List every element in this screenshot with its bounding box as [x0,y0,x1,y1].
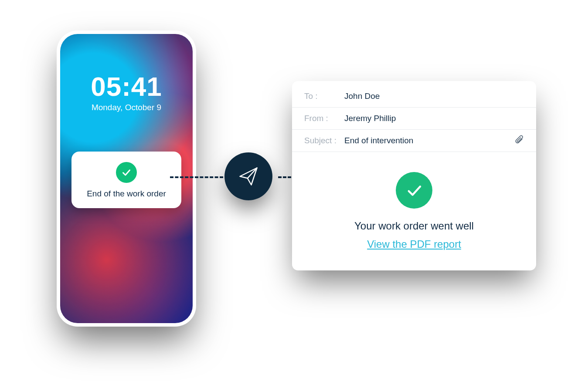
email-subject-row: Subject : End of intervention [292,130,536,152]
email-to-label: To : [304,91,344,101]
email-subject-value: End of intervention [344,136,413,145]
phone-mockup: 05:41 Monday, October 9 End of the work … [57,30,196,327]
email-to-row: To : John Doe [292,85,536,108]
notification-text: End of the work order [80,189,173,199]
view-pdf-link[interactable]: View the PDF report [367,238,461,250]
email-card: To : John Doe From : Jeremy Phillip Subj… [292,81,536,270]
clock-time: 05:41 [60,73,193,100]
clock-date: Monday, October 9 [60,103,193,112]
email-from-row: From : Jeremy Phillip [292,108,536,130]
email-subject-label: Subject : [304,136,344,145]
phone-screen: 05:41 Monday, October 9 End of the work … [60,34,193,323]
email-from-value: Jeremy Phillip [344,114,396,123]
notification-card[interactable]: End of the work order [71,152,181,208]
check-icon [396,172,432,209]
lockscreen-clock-block: 05:41 Monday, October 9 [60,34,193,112]
paperclip-icon[interactable] [514,134,526,148]
paper-plane-icon [224,152,272,200]
check-icon [116,162,137,183]
email-message: Your work order went well [292,220,536,232]
email-from-label: From : [304,114,344,123]
email-body: Your work order went well View the PDF r… [292,152,536,250]
email-to-value: John Doe [344,91,380,101]
